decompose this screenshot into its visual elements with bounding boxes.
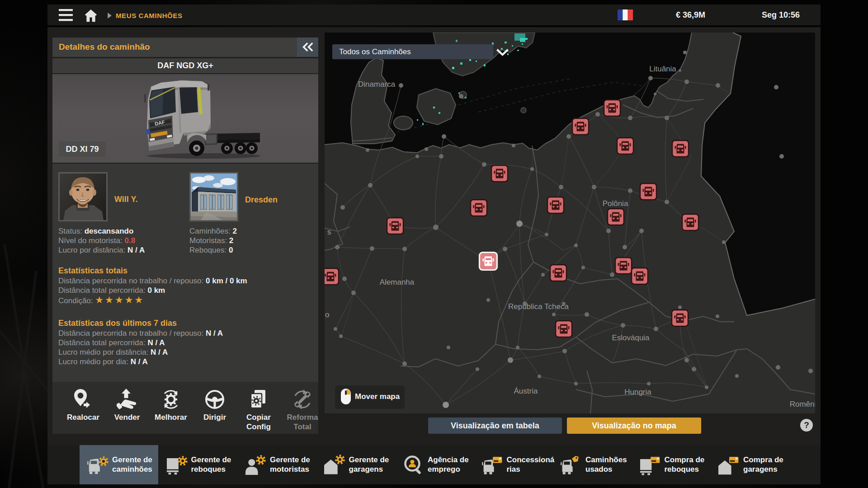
svg-text:s: s <box>327 228 331 236</box>
svg-text:Eslováquia: Eslováquia <box>612 333 650 342</box>
svg-text:Polônia: Polônia <box>603 199 628 208</box>
svg-text:Lituânia: Lituânia <box>649 65 676 73</box>
svg-text:o: o <box>325 310 329 319</box>
svg-text:Áustria: Áustria <box>514 387 538 395</box>
svg-text:Romêni: Romêni <box>790 400 815 408</box>
svg-text:Alemanha: Alemanha <box>380 278 415 286</box>
svg-text:Dinamarca: Dinamarca <box>358 80 396 89</box>
svg-text:Hungria: Hungria <box>624 388 651 396</box>
svg-text:República Tcheca: República Tcheca <box>508 302 569 311</box>
